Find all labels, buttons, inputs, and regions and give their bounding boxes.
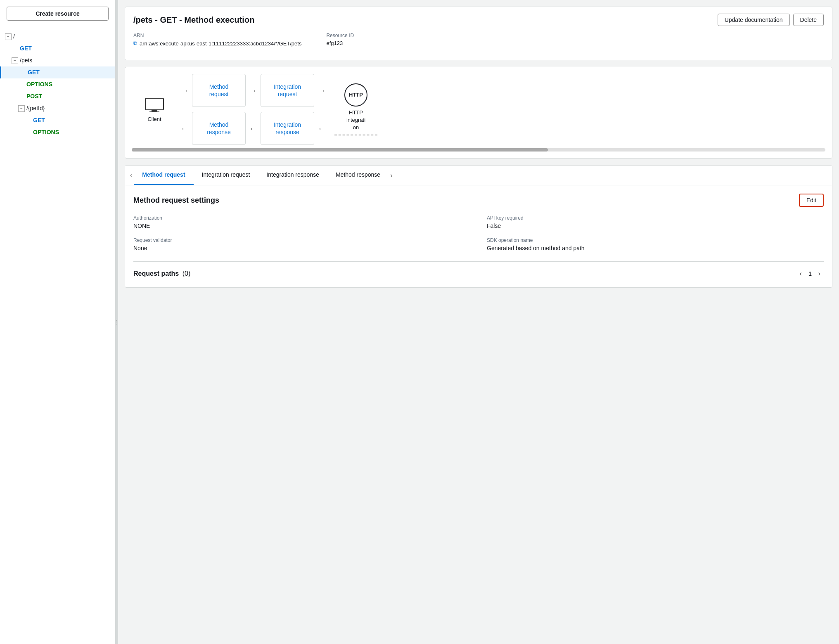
resource-id-label: Resource ID bbox=[326, 33, 354, 38]
authorization-field: Authorization NONE bbox=[133, 215, 470, 229]
api-key-field: API key required False bbox=[487, 215, 824, 229]
tab-method-response[interactable]: Method response bbox=[327, 166, 389, 185]
nav-item-root-get[interactable]: GET bbox=[0, 43, 115, 54]
nav-item-pets-post[interactable]: POST bbox=[0, 90, 115, 102]
settings-header: Method request settings Edit bbox=[133, 194, 824, 207]
nav-label-pets-options: OPTIONS bbox=[26, 80, 52, 89]
validator-label: Request validator bbox=[133, 237, 470, 243]
nav-item-petid-get[interactable]: GET bbox=[0, 114, 115, 126]
nav-label-pets-get: GET bbox=[28, 68, 40, 77]
http-dashed-line bbox=[334, 135, 377, 135]
authorization-label: Authorization bbox=[133, 215, 470, 221]
nav-label-pets: /pets bbox=[20, 56, 32, 65]
method-boxes: Methodrequest Methodresponse bbox=[192, 74, 246, 145]
nav-item-pets-options[interactable]: OPTIONS bbox=[0, 78, 115, 90]
arrows-col-2: → ← bbox=[246, 74, 261, 145]
settings-content: Method request settings Edit Authorizati… bbox=[125, 185, 832, 287]
client-box: Client bbox=[132, 97, 177, 122]
tab-bar: ‹ Method request Integration request Int… bbox=[125, 166, 832, 185]
nav-item-pets-get[interactable]: GET bbox=[0, 66, 115, 78]
edit-button[interactable]: Edit bbox=[799, 194, 824, 207]
svg-rect-1 bbox=[152, 110, 157, 111]
validator-value: None bbox=[133, 245, 470, 251]
toggle-pets[interactable]: − bbox=[12, 57, 18, 64]
prev-page-button[interactable]: ‹ bbox=[796, 268, 805, 279]
scrollbar-track[interactable] bbox=[132, 148, 825, 152]
integration-request-link[interactable]: Integrationrequest bbox=[274, 83, 301, 98]
nav-tree: − / GET − /pets GET OPTIONS POST bbox=[0, 27, 115, 644]
nav-label-pets-post: POST bbox=[26, 92, 42, 101]
sdk-value: Generated based on method and path bbox=[487, 245, 824, 251]
pagination: ‹ 1 › bbox=[796, 268, 824, 279]
paths-label-text: Request paths bbox=[133, 270, 179, 277]
integration-boxes: Integrationrequest Integrationresponse bbox=[261, 74, 314, 145]
sidebar: Create resource − / GET − /pets GET OPTI… bbox=[0, 0, 116, 644]
tab-method-request[interactable]: Method request bbox=[134, 166, 193, 185]
nav-label-root-get: GET bbox=[20, 44, 32, 53]
settings-title: Method request settings bbox=[133, 196, 219, 205]
tab-prev-button[interactable]: ‹ bbox=[128, 167, 134, 184]
method-response-link[interactable]: Methodresponse bbox=[207, 121, 231, 136]
tab-integration-response[interactable]: Integration response bbox=[258, 166, 327, 185]
resource-id-group: Resource ID efg123 bbox=[326, 33, 354, 47]
nav-label-petid-get: GET bbox=[33, 116, 45, 125]
scrollbar-thumb bbox=[132, 148, 548, 152]
sdk-label: SDK operation name bbox=[487, 237, 824, 243]
header-top: /pets - GET - Method execution Update do… bbox=[133, 14, 824, 26]
header-section: /pets - GET - Method execution Update do… bbox=[125, 7, 832, 60]
nav-item-root[interactable]: − / bbox=[0, 31, 115, 43]
nav-item-pets[interactable]: − /pets bbox=[0, 54, 115, 66]
nav-label-petid-options: OPTIONS bbox=[33, 128, 59, 137]
arn-text: arn:aws:execute-api:us-east-1:1111222233… bbox=[140, 40, 301, 47]
arrow-right-1: → bbox=[177, 74, 192, 107]
update-documentation-button[interactable]: Update documentation bbox=[718, 14, 790, 26]
toggle-petid[interactable]: − bbox=[18, 105, 25, 112]
sdk-field: SDK operation name Generated based on me… bbox=[487, 237, 824, 251]
main-content: /pets - GET - Method execution Update do… bbox=[118, 0, 839, 644]
page-title: /pets - GET - Method execution bbox=[133, 15, 254, 25]
arrow-left-3: ← bbox=[314, 112, 329, 145]
arrow-left-2: ← bbox=[246, 112, 261, 145]
nav-item-petid[interactable]: − /{petId} bbox=[0, 102, 115, 114]
svg-rect-0 bbox=[145, 98, 164, 110]
method-response-box[interactable]: Methodresponse bbox=[192, 112, 246, 145]
resource-id-value: efg123 bbox=[326, 40, 354, 46]
svg-rect-2 bbox=[149, 111, 159, 112]
nav-label-root: / bbox=[13, 32, 15, 41]
nav-item-petid-options[interactable]: OPTIONS bbox=[0, 126, 115, 138]
client-label: Client bbox=[147, 116, 161, 122]
tab-integration-request[interactable]: Integration request bbox=[194, 166, 258, 185]
tabs-section: ‹ Method request Integration request Int… bbox=[125, 165, 832, 288]
next-page-button[interactable]: › bbox=[815, 268, 824, 279]
copy-icon[interactable]: ⧉ bbox=[133, 40, 137, 47]
arrow-right-2: → bbox=[246, 74, 261, 107]
authorization-value: NONE bbox=[133, 223, 470, 229]
arn-value: ⧉ arn:aws:execute-api:us-east-1:11112222… bbox=[133, 40, 301, 47]
diagram-flow: Client → ← Methodrequest Methodresponse … bbox=[132, 74, 825, 145]
page-number: 1 bbox=[808, 270, 812, 277]
paths-title: Request paths (0) bbox=[133, 270, 190, 277]
arn-label: ARN bbox=[133, 33, 301, 38]
toggle-root[interactable]: − bbox=[5, 33, 12, 40]
arrow-left-1: ← bbox=[177, 112, 192, 145]
validator-field: Request validator None bbox=[133, 237, 470, 251]
arrows-col-1: → ← bbox=[177, 74, 192, 145]
integration-request-box[interactable]: Integrationrequest bbox=[261, 74, 314, 107]
arn-group: ARN ⧉ arn:aws:execute-api:us-east-1:1111… bbox=[133, 33, 301, 47]
http-label: HTTPintegration bbox=[346, 109, 365, 132]
integration-response-box[interactable]: Integrationresponse bbox=[261, 112, 314, 145]
execution-diagram: Client → ← Methodrequest Methodresponse … bbox=[125, 67, 832, 159]
method-request-box[interactable]: Methodrequest bbox=[192, 74, 246, 107]
integration-response-link[interactable]: Integrationresponse bbox=[274, 121, 301, 136]
paths-count: (0) bbox=[182, 270, 191, 277]
method-request-link[interactable]: Methodrequest bbox=[209, 83, 229, 98]
tab-next-button[interactable]: › bbox=[389, 167, 394, 184]
delete-button[interactable]: Delete bbox=[793, 14, 824, 26]
api-key-value: False bbox=[487, 223, 824, 229]
monitor-svg bbox=[144, 97, 165, 114]
create-resource-button[interactable]: Create resource bbox=[7, 7, 109, 21]
arrows-col-3: → ← bbox=[314, 74, 329, 145]
http-integration-box: HTTP HTTPintegration bbox=[329, 83, 383, 136]
settings-grid: Authorization NONE API key required Fals… bbox=[133, 215, 824, 251]
paths-section-header: Request paths (0) ‹ 1 › bbox=[133, 261, 824, 279]
